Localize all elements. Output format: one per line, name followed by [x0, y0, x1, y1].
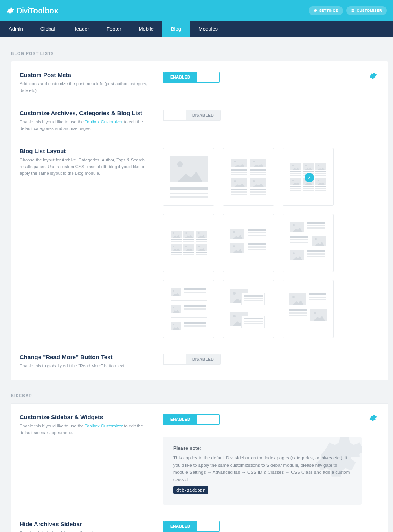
desc-blog-list-layout: Choose the layout for Archive, Categorie…: [20, 157, 154, 177]
layout-option-4[interactable]: [163, 214, 214, 272]
row-read-more: Change "Read More" Button Text Enable th…: [20, 354, 377, 369]
desc-custom-post-meta: Add icons and customize the post meta in…: [20, 81, 154, 94]
logo: DiviToolbox: [6, 6, 58, 15]
layout-option-1[interactable]: [163, 148, 214, 206]
settings-label: SETTINGS: [319, 9, 338, 13]
panel-sidebar: Customize Sidebar & Widgets Enable this …: [11, 403, 388, 532]
row-custom-post-meta: Custom Post Meta Add icons and customize…: [20, 72, 377, 94]
tab-admin[interactable]: Admin: [0, 21, 32, 37]
gear-icon: [313, 9, 317, 13]
gear-icon[interactable]: [369, 72, 377, 80]
top-header: DiviToolbox SETTINGS CUSTOMIZER: [0, 0, 393, 21]
title-read-more: Change "Read More" Button Text: [20, 354, 154, 360]
layout-option-2[interactable]: [223, 148, 274, 206]
section-label-blog: BLOG POST LISTS: [11, 51, 388, 56]
toggle-knob: [197, 521, 219, 531]
header-buttons: SETTINGS CUSTOMIZER: [309, 6, 387, 15]
check-icon: ✓: [305, 173, 314, 182]
toggle-custom-post-meta[interactable]: ENABLED: [163, 72, 220, 83]
toggle-hide-archives[interactable]: ENABLED: [163, 521, 220, 532]
code-badge: dtb-sidebar: [173, 486, 208, 494]
gear-icon[interactable]: [369, 414, 377, 422]
layout-option-3[interactable]: ✓: [283, 148, 334, 206]
toggle-knob: [197, 415, 219, 424]
toggle-customize-archives[interactable]: DISABLED: [163, 110, 221, 121]
section-label-sidebar: SIDEBAR: [11, 394, 388, 398]
tab-header[interactable]: Header: [64, 21, 98, 37]
sliders-icon: [351, 9, 355, 13]
svg-point-0: [353, 9, 354, 10]
row-blog-list-layout: Blog List Layout Choose the layout for A…: [20, 148, 377, 338]
desc-customize-sidebar: Enable this if you'd like to use the Too…: [20, 423, 154, 436]
customizer-button[interactable]: CUSTOMIZER: [346, 6, 387, 15]
toggle-knob: [197, 72, 219, 82]
title-hide-archives: Hide Archives Sidebar: [20, 521, 154, 527]
tab-blog[interactable]: Blog: [162, 21, 190, 37]
toggle-label: DISABLED: [186, 110, 220, 120]
layout-option-6[interactable]: [283, 214, 334, 272]
toggle-label: ENABLED: [164, 72, 197, 82]
tab-modules[interactable]: Modules: [190, 21, 226, 37]
title-customize-sidebar: Customize Sidebar & Widgets: [20, 414, 154, 420]
toggle-label: DISABLED: [186, 354, 220, 364]
layout-option-5[interactable]: [223, 214, 274, 272]
row-customize-archives: Customize Archives, Categories & Blog Li…: [20, 110, 377, 132]
desc-hide-archives: Enable this to hide sidebar on all archi…: [20, 530, 154, 532]
nav-tabs: Admin Global Header Footer Mobile Blog M…: [0, 21, 393, 37]
layout-options: ✓: [163, 148, 362, 338]
settings-button[interactable]: SETTINGS: [309, 6, 343, 15]
tab-global[interactable]: Global: [32, 21, 64, 37]
link-toolbox-customizer[interactable]: Toolbox Customizer: [85, 119, 123, 124]
link-toolbox-customizer[interactable]: Toolbox Customizer: [85, 424, 123, 428]
logo-text-bold: Toolbox: [29, 6, 58, 15]
info-box: Please note: This applies to the default…: [163, 437, 362, 505]
desc-read-more: Enable this to globally edit the "Read M…: [20, 363, 154, 369]
row-customize-sidebar: Customize Sidebar & Widgets Enable this …: [20, 414, 377, 505]
svg-point-1: [353, 11, 354, 12]
title-blog-list-layout: Blog List Layout: [20, 148, 154, 154]
title-custom-post-meta: Custom Post Meta: [20, 72, 154, 78]
desc-customize-archives: Enable this if you'd like to use the Too…: [20, 119, 154, 132]
layout-option-7[interactable]: [163, 280, 214, 338]
toggle-knob: [164, 110, 186, 120]
logo-text-thin: Divi: [17, 6, 29, 15]
toggle-knob: [164, 354, 186, 364]
toggle-read-more[interactable]: DISABLED: [163, 354, 221, 365]
gear-icon: [310, 437, 362, 484]
page-content: BLOG POST LISTS Custom Post Meta Add ico…: [0, 37, 393, 532]
row-hide-archives: Hide Archives Sidebar Enable this to hid…: [20, 521, 377, 532]
toggle-customize-sidebar[interactable]: ENABLED: [163, 414, 220, 425]
toggle-label: ENABLED: [164, 415, 197, 424]
layout-option-9[interactable]: [283, 280, 334, 338]
title-customize-archives: Customize Archives, Categories & Blog Li…: [20, 110, 154, 116]
panel-blog: Custom Post Meta Add icons and customize…: [11, 61, 388, 380]
customizer-label: CUSTOMIZER: [357, 9, 382, 13]
gear-icon: [6, 7, 14, 15]
toggle-label: ENABLED: [164, 521, 197, 531]
layout-option-8[interactable]: [223, 280, 274, 338]
tab-mobile[interactable]: Mobile: [130, 21, 162, 37]
tab-footer[interactable]: Footer: [98, 21, 130, 37]
